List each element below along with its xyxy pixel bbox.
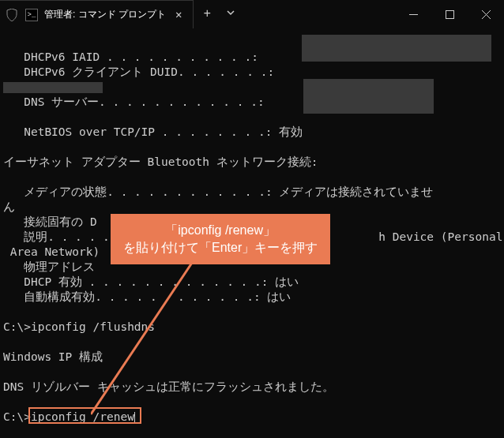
output-line: C:\>ipconfig /flushdns (3, 320, 155, 333)
output-line: Windows IP 構成 (3, 350, 103, 363)
redacted-area (302, 35, 491, 62)
output-line: Area Network) (3, 245, 100, 258)
maximize-button[interactable] (431, 0, 468, 28)
tab-dropdown-button[interactable] (220, 9, 241, 20)
redacted-area (3, 82, 103, 93)
output-line: 自動構成有効. . . . . . . . . . . .: はい (3, 290, 291, 303)
svg-rect-1 (446, 10, 453, 18)
output-line: DHCP 有効 . . . . . . . . . . . . .: はい (3, 275, 299, 288)
output-line: NetBIOS over TCP/IP . . . . . . . .: 有効 (3, 125, 303, 138)
tab-close-button[interactable]: ✕ (172, 8, 185, 21)
minimize-button[interactable] (395, 0, 431, 28)
prompt: C:\> (3, 410, 31, 423)
terminal-tab[interactable]: >_ 管理者: コマンド プロンプト ✕ (0, 0, 194, 28)
admin-shield-icon (5, 7, 19, 23)
output-line: メディアの状態. . . . . . . . . . . .: メディアは接続さ… (3, 185, 433, 198)
tab-title: 管理者: コマンド プロンプト (44, 8, 166, 21)
output-line: DHCPv6 IAID . . . . . . . . . . .: (3, 51, 258, 63)
cmd-icon: >_ (25, 9, 38, 21)
callout-text-line1: 「ipconfig /renew」 (123, 222, 318, 239)
output-line: DNS サーバー. . . . . . . . . . . .: (3, 95, 265, 108)
new-tab-button[interactable]: + (194, 7, 220, 21)
output-line: DNS リゾルバー キャッシュは正常にフラッシュされました。 (3, 380, 334, 393)
output-line: 説明. . . . . (3, 230, 110, 243)
current-command: ipconfig /renew (31, 410, 134, 423)
output-line: イーサネット アダプター Bluetooth ネットワーク接続: (3, 155, 318, 168)
redacted-area (303, 79, 434, 114)
annotation-callout: 「ipconfig /renew」 を貼り付けて「Enter」キーを押す (111, 214, 330, 264)
close-window-button[interactable] (468, 0, 504, 28)
output-line: DHCPv6 クライアント DUID. . . . . . .: (3, 66, 274, 78)
text-cursor (134, 412, 135, 424)
output-line: ん (3, 200, 15, 213)
output-line: 物理アドレス (3, 260, 95, 273)
window-titlebar: >_ 管理者: コマンド プロンプト ✕ + (0, 0, 504, 28)
output-line: 接続固有の D (3, 215, 97, 228)
callout-text-line2: を貼り付けて「Enter」キーを押す (123, 239, 318, 256)
output-line: h Device (Personal (378, 230, 502, 243)
